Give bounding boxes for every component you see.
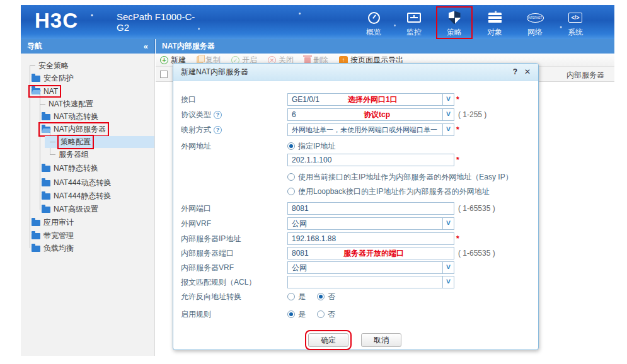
mapping-select[interactable]: 外网地址单一，未使用外网端口或外网端口单一 ˅ [287, 123, 454, 136]
annotation-note: 服务器开放的端口 [343, 248, 404, 259]
nav-tab-objects[interactable]: 对象 [478, 8, 512, 38]
radio-icon [317, 293, 325, 300]
radio-icon [287, 142, 295, 150]
chevron-down-icon: ˅ [442, 218, 454, 229]
ext-vrf-label: 外网VRF [181, 219, 287, 229]
radio-icon [287, 293, 295, 300]
ext-port-label: 外网端口 [181, 203, 287, 214]
form-row-int-vrf: 内部服务器VRF 公网 ˅ [181, 261, 532, 274]
product-name: SecPath F1000-C-G2 [117, 11, 204, 33]
interface-select[interactable]: GE1/0/1 选择外网口1口 ˅ [287, 93, 454, 106]
folder-icon [42, 193, 50, 200]
top-banner: H3C SecPath F1000-C-G2 概览 监控 策略 对象 INTER… [21, 5, 614, 39]
radio-enable-yes[interactable]: 是 [287, 309, 306, 320]
folder-icon [42, 180, 50, 186]
folder-icon [42, 166, 50, 172]
int-vrf-label: 内部服务器VRF [181, 263, 287, 273]
sidebar-item-nat444-static[interactable]: NAT444静态转换 [21, 190, 154, 202]
required-marker: * [456, 156, 459, 164]
radio-reverse-yes[interactable]: 是 [287, 292, 306, 302]
sidebar-item-security-protection[interactable]: 安全防护 [21, 72, 154, 84]
annotation-note: 选择外网口1口 [348, 94, 398, 105]
sidebar-item-nat-dynamic[interactable]: NAT动态转换 [21, 111, 154, 123]
radio-icon [287, 173, 295, 181]
plus-icon: + [160, 56, 168, 64]
sidebar-item-load-balance[interactable]: 负载均衡 [21, 242, 154, 254]
internet-globe-icon: INTERNET [527, 10, 544, 25]
nav-tab-system[interactable]: </> 系统 [558, 8, 592, 38]
form-row-loopback: 使用Loopback接口的主IP地址作为内部服务器的外网地址 [181, 185, 532, 198]
radio-easy-ip[interactable]: 使用当前接口的主IP地址作为内部服务器的外网地址（Easy IP） [287, 172, 513, 183]
nav-tab-policy[interactable]: 策略 [437, 8, 471, 38]
enable-rule-label: 启用规则 [181, 309, 287, 320]
dialog-help-icon[interactable]: ? [513, 67, 517, 76]
int-port-label: 内部服务器端口 [181, 248, 287, 259]
page-title: NAT内部服务器 [162, 41, 215, 52]
monitor-icon [407, 10, 421, 25]
select-all-checkbox[interactable] [160, 71, 168, 78]
interface-label: 接口 [181, 94, 287, 105]
protocol-label: 协议类型 ? [181, 110, 287, 120]
nav-tab-network[interactable]: INTERNET 网络 [518, 8, 552, 38]
ok-button[interactable]: 确定 [308, 333, 348, 347]
form-row-int-port: 内部服务器端口 8081 服务器开放的端口 ( 1-65535 ) [181, 247, 532, 259]
int-vrf-select[interactable]: 公网 ˅ [287, 261, 454, 274]
sidebar-item-bandwidth[interactable]: 带宽管理 [21, 230, 154, 242]
sidebar-header: 导航 « [21, 39, 155, 54]
collapse-sidebar-icon[interactable]: « [144, 42, 148, 51]
content-area: + 新建 复制 ✓ 开启 ✕ 关闭 删除 ↑ 按页面显示导出 [156, 54, 614, 356]
ext-vrf-select[interactable]: 公网 ˅ [287, 217, 454, 230]
form-row-mapping: 映射方式 ? 外网地址单一，未使用外网端口或外网端口单一 ˅ * [181, 123, 532, 136]
sidebar-item-nat-advanced[interactable]: NAT高级设置 [21, 203, 154, 215]
h3c-logo: H3C [35, 9, 78, 33]
help-icon[interactable]: ? [214, 126, 222, 134]
int-ip-input[interactable]: 192.168.1.88 [287, 232, 454, 245]
ext-ip-input[interactable]: 202.1.1.100 [287, 154, 454, 166]
radio-icon [287, 310, 295, 318]
range-hint: ( 1-65535 ) [458, 249, 495, 258]
dialog-close-icon[interactable]: ✕ [524, 67, 531, 76]
range-hint: ( 1-255 ) [458, 110, 486, 119]
required-marker: * [456, 95, 459, 104]
form-row-ext-port: 外网端口 8081 ( 1-65535 ) [181, 202, 532, 215]
required-marker: * [456, 234, 459, 243]
int-port-input[interactable]: 8081 服务器开放的端口 [287, 247, 454, 259]
help-icon[interactable]: ? [214, 111, 222, 119]
radio-icon [317, 310, 325, 318]
sidebar-item-app-audit[interactable]: 应用审计 [21, 217, 154, 229]
sidebar-item-server-group[interactable]: 服务器组 [21, 149, 154, 161]
column-header-partial: 内部服务器 [567, 70, 604, 81]
sidebar-item-security-policy[interactable]: 安全策略 [21, 60, 154, 72]
form-row-enable-rule: 启用规则 是 否 [181, 308, 532, 321]
chevron-down-icon: ˅ [442, 94, 454, 105]
radio-enable-no[interactable]: 否 [317, 309, 335, 320]
protocol-select[interactable]: 6 协议tcp ˅ [287, 108, 454, 121]
required-marker: * [456, 125, 459, 134]
acl-select[interactable]: ˅ [287, 276, 454, 288]
form-row-ext-ip: 202.1.1.100 * [181, 154, 532, 166]
sidebar: 安全策略 安全防护 NAT NAT快速配置 NAT动态转换 NAT内部服务器 策… [21, 54, 155, 356]
folder-icon [32, 76, 40, 82]
form-row-easyip: 使用当前接口的主IP地址作为内部服务器的外网地址（Easy IP） [181, 171, 532, 183]
sidebar-item-nat[interactable]: NAT [21, 85, 154, 97]
sidebar-item-nat-quick-config[interactable]: NAT快速配置 [21, 98, 154, 110]
folder-icon [42, 207, 50, 213]
sidebar-item-policy-config[interactable]: 策略配置 [21, 136, 154, 148]
ext-port-input[interactable]: 8081 [287, 202, 454, 215]
page: H3C SecPath F1000-C-G2 概览 监控 策略 对象 INTER… [0, 0, 627, 364]
cancel-button[interactable]: 取消 [361, 333, 401, 347]
sidebar-item-nat-internal-server[interactable]: NAT内部服务器 [21, 123, 154, 135]
nav-tab-monitor[interactable]: 监控 [397, 8, 431, 38]
open-folder-icon [32, 88, 40, 94]
sidebar-item-nat-static[interactable]: NAT静态转换 [21, 162, 154, 174]
radio-specify-ip[interactable]: 指定IP地址 [287, 141, 335, 152]
nav-tab-overview[interactable]: 概览 [357, 8, 391, 38]
sidebar-item-nat444-dynamic[interactable]: NAT444动态转换 [21, 177, 154, 189]
chevron-down-icon: ˅ [442, 109, 454, 120]
mapping-label: 映射方式 ? [181, 125, 287, 135]
form-row-acl: 报文匹配规则（ACL） ˅ [181, 276, 532, 288]
annotation-note: 协议tcp [364, 110, 390, 120]
form-row-protocol: 协议类型 ? 6 协议tcp ˅ ( 1-255 ) [181, 108, 532, 121]
radio-loopback[interactable]: 使用Loopback接口的主IP地址作为内部服务器的外网地址 [287, 186, 489, 197]
radio-reverse-no[interactable]: 否 [317, 292, 335, 302]
